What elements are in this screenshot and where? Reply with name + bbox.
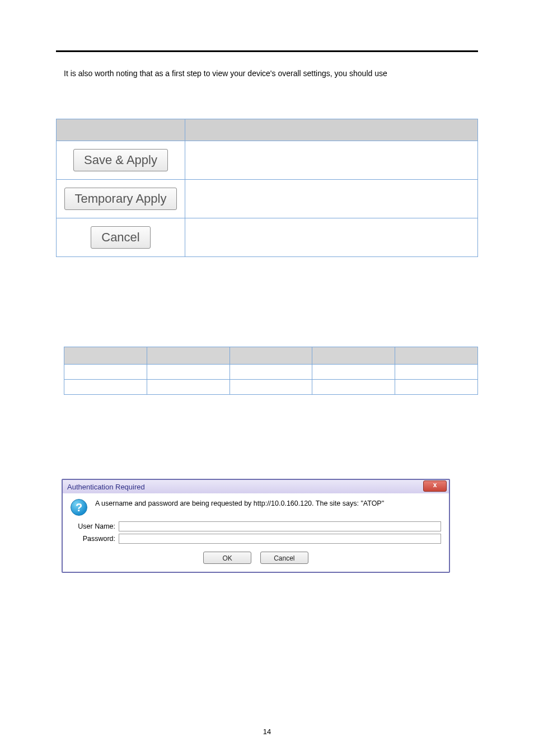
table-cell — [229, 365, 312, 380]
username-input[interactable] — [119, 521, 441, 531]
table-row — [64, 380, 478, 395]
buttons-table: Save & Apply Temporary Apply Cancel — [56, 119, 478, 257]
table-cell — [147, 365, 229, 380]
table-row: Cancel — [57, 218, 478, 257]
auth-dialog: Authentication Required x ? A username a… — [62, 479, 450, 573]
question-icon: ? — [71, 499, 87, 516]
dialog-message: A username and password are being reques… — [95, 499, 384, 509]
table-cell — [395, 380, 478, 395]
close-icon[interactable]: x — [423, 480, 447, 492]
table-cell — [395, 365, 478, 380]
table-cell — [229, 380, 312, 395]
table-cell — [147, 380, 229, 395]
table-header-cell — [185, 119, 478, 141]
table-header-row — [64, 347, 478, 365]
save-apply-button[interactable]: Save & Apply — [73, 149, 168, 171]
username-label: User Name: — [71, 522, 119, 530]
temporary-apply-button[interactable]: Temporary Apply — [64, 188, 177, 210]
header-rule — [56, 50, 478, 52]
table-cell — [185, 218, 478, 257]
dialog-cancel-button[interactable]: Cancel — [260, 552, 308, 564]
table-header-row — [57, 119, 478, 141]
table-cell — [312, 380, 395, 395]
table-row: Save & Apply — [57, 141, 478, 180]
table-header-cell — [312, 347, 395, 365]
table-header-cell — [57, 119, 185, 141]
password-label: Password: — [71, 535, 119, 543]
password-input[interactable] — [119, 534, 441, 544]
cancel-button[interactable]: Cancel — [91, 226, 150, 249]
table-cell — [185, 141, 478, 180]
ok-button[interactable]: OK — [203, 552, 251, 564]
table-header-cell — [147, 347, 229, 365]
table-cell — [64, 365, 147, 380]
dialog-title: Authentication Required — [63, 483, 145, 491]
intro-paragraph: It is also worth noting that as a first … — [64, 68, 478, 80]
table-row — [64, 365, 478, 380]
table-cell — [312, 365, 395, 380]
page-number: 14 — [0, 727, 534, 736]
table-row: Temporary Apply — [57, 180, 478, 218]
table-cell — [64, 380, 147, 395]
table-cell — [185, 180, 478, 218]
table-header-cell — [64, 347, 147, 365]
table-header-cell — [229, 347, 312, 365]
info-table — [64, 347, 478, 395]
table-header-cell — [395, 347, 478, 365]
dialog-title-bar: Authentication Required x — [63, 480, 449, 493]
